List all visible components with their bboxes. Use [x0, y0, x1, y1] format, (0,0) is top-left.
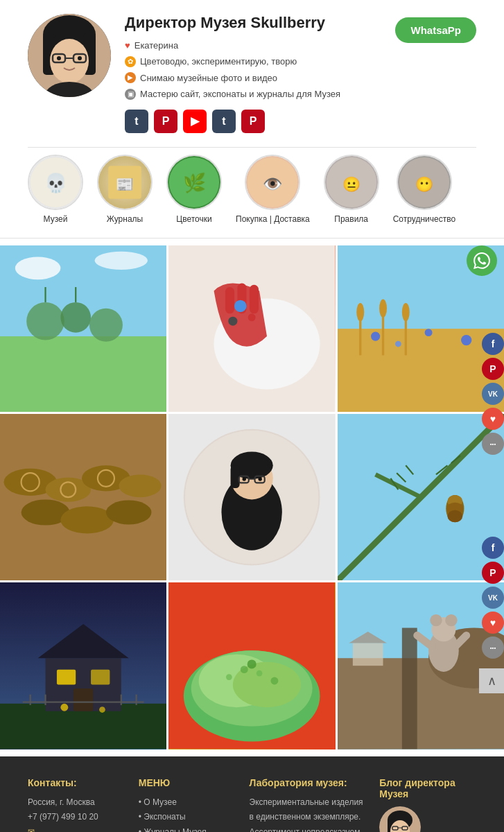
- highlight-label-flowers: Цветочки: [176, 214, 211, 224]
- svg-point-98: [99, 707, 105, 713]
- highlight-item-collab[interactable]: 😶 Сотрудничество: [393, 155, 455, 224]
- svg-point-31: [15, 257, 61, 279]
- highlight-item-rules[interactable]: 😐 Правила: [324, 155, 379, 224]
- svg-rect-124: [353, 643, 383, 666]
- svg-text:👁️: 👁️: [263, 173, 283, 193]
- bottom-fb-btn[interactable]: f: [482, 537, 504, 559]
- svg-point-32: [95, 251, 148, 269]
- svg-point-76: [259, 477, 262, 480]
- svg-point-38: [234, 300, 246, 311]
- whatsapp-float-icon[interactable]: [467, 245, 497, 276]
- bottom-vk-btn[interactable]: VK: [482, 587, 504, 609]
- more-social-btn[interactable]: •••: [482, 433, 504, 455]
- svg-text:💀: 💀: [44, 171, 68, 193]
- svg-point-40: [229, 316, 238, 325]
- profile-section: Директор Музея Skullberry ♥Екатерина ✿Цв…: [0, 0, 504, 147]
- highlight-circle-journals: 📰: [97, 155, 153, 210]
- highlight-item-flowers[interactable]: 🌿 Цветочки: [166, 155, 222, 224]
- highlight-item[interactable]: 💀 Музей: [28, 155, 83, 224]
- bottom-pi-btn[interactable]: P: [482, 562, 504, 584]
- footer-city: Россия, г. Москва: [28, 795, 125, 811]
- svg-rect-35: [225, 287, 234, 313]
- pinterest2-link[interactable]: P: [241, 110, 265, 133]
- grid-item-2[interactable]: [168, 245, 335, 412]
- footer-menu-exhibits[interactable]: Экспонаты: [139, 810, 236, 825]
- svg-point-59: [60, 506, 113, 533]
- svg-point-52: [395, 340, 401, 347]
- svg-point-57: [119, 474, 162, 497]
- heart-social-btn[interactable]: ♥: [482, 408, 504, 430]
- svg-point-75: [243, 477, 246, 480]
- avatar-wrap: [28, 14, 111, 97]
- svg-point-50: [424, 329, 432, 336]
- profile-title: Директор Музея Skullberry: [125, 14, 381, 32]
- grid-item-4[interactable]: [0, 414, 166, 580]
- svg-text:😐: 😐: [342, 175, 361, 193]
- svg-text:😶: 😶: [415, 175, 434, 193]
- svg-point-44: [356, 303, 364, 321]
- grid-item-8[interactable]: [168, 582, 335, 749]
- social-links: t P ▶ t P: [125, 110, 381, 133]
- tumblr2-link[interactable]: t: [212, 110, 236, 133]
- tumblr-link[interactable]: t: [125, 110, 148, 133]
- pinterest-link[interactable]: P: [154, 110, 177, 133]
- footer-menu-about[interactable]: О Музее: [139, 795, 236, 811]
- svg-point-111: [257, 670, 263, 677]
- svg-point-89: [447, 510, 462, 522]
- highlight-label-journals: Журналы: [107, 214, 143, 224]
- footer-menu-journals[interactable]: Журналы Музея: [139, 825, 236, 832]
- grid-item-6[interactable]: [338, 414, 504, 580]
- svg-point-4: [50, 39, 89, 83]
- footer-email: ✉ skullberry.ru@yandex.ru: [28, 825, 125, 832]
- svg-rect-117: [402, 628, 417, 749]
- footer-lab-title: Лаборатория музея:: [250, 777, 366, 788]
- footer-phone: +7 (977) 499 10 20: [28, 810, 125, 825]
- svg-point-46: [379, 299, 387, 317]
- svg-point-49: [371, 331, 380, 340]
- highlight-circle-delivery: 👁️: [245, 155, 300, 210]
- svg-point-9: [78, 56, 82, 60]
- footer-lab-text: Экспериментальные изделия в единственном…: [250, 795, 366, 832]
- footer-blog-col: Блог директора Музея: [379, 777, 476, 832]
- footer-lab-col: Лаборатория музея: Экспериментальные изд…: [250, 777, 366, 832]
- highlight-label-muzey: Музей: [44, 214, 68, 224]
- svg-point-26: [26, 302, 64, 340]
- right-social-sidebar: f P VK ♥ •••: [482, 333, 504, 455]
- pinterest-social-btn[interactable]: P: [482, 358, 504, 380]
- scroll-to-top-btn[interactable]: ∧: [479, 668, 504, 693]
- highlights-row: 💀 Музей 📰 Журналы 🌿 Цветочки: [28, 155, 476, 224]
- svg-point-113: [247, 660, 257, 669]
- facebook-social-btn[interactable]: f: [482, 333, 504, 355]
- vk-social-btn[interactable]: VK: [482, 383, 504, 405]
- svg-point-109: [226, 674, 232, 680]
- monitor-icon: ▣: [125, 89, 136, 100]
- highlight-item-journals[interactable]: 📰 Журналы: [97, 155, 153, 224]
- svg-rect-37: [250, 284, 259, 313]
- bottom-right-social: f P VK ♥ •••: [482, 537, 504, 659]
- svg-rect-42: [338, 329, 504, 412]
- footer-menu-col: МЕНЮ О Музее Экспонаты Журналы Музея Пра…: [139, 777, 236, 832]
- grid-item-9[interactable]: [338, 582, 504, 749]
- svg-point-8: [57, 56, 61, 60]
- svg-point-48: [402, 303, 410, 321]
- svg-rect-71: [231, 465, 240, 488]
- footer-avatar: [379, 806, 421, 832]
- heart-icon: ♥: [125, 37, 130, 53]
- photo-grid: [0, 239, 504, 756]
- grid-item-1[interactable]: [0, 245, 166, 412]
- whatsapp-button[interactable]: WhatsaPp: [395, 17, 476, 43]
- youtube-link[interactable]: ▶: [183, 110, 207, 133]
- profile-info: Директор Музея Skullberry ♥Екатерина ✿Цв…: [125, 14, 381, 133]
- highlight-item-delivery[interactable]: 👁️ Покупка | Доставка: [236, 155, 310, 224]
- svg-point-39: [248, 313, 256, 321]
- svg-rect-25: [0, 336, 166, 412]
- footer-contacts-col: Контакты: Россия, г. Москва +7 (977) 499…: [28, 777, 125, 832]
- bottom-heart-btn[interactable]: ♥: [482, 612, 504, 634]
- grid-item-5[interactable]: [168, 414, 335, 580]
- svg-point-27: [60, 302, 91, 332]
- footer-blog-title: Блог директора Музея: [379, 777, 476, 799]
- grid-item-7[interactable]: [0, 582, 166, 749]
- bottom-more-btn[interactable]: •••: [482, 636, 504, 659]
- highlight-label-collab: Сотрудничество: [393, 214, 455, 224]
- camera-icon: ▶: [125, 72, 136, 83]
